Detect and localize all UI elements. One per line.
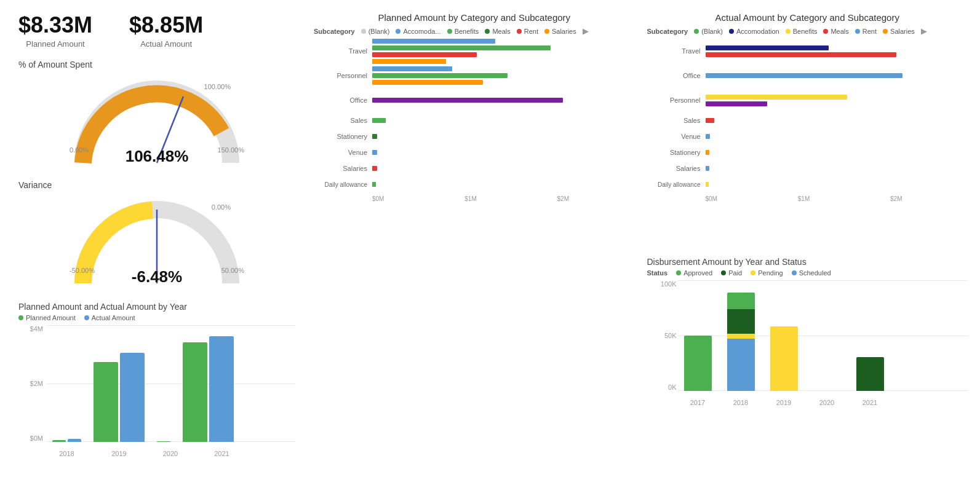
actual-x-axis: $0M $1M $2M [706, 193, 902, 202]
aleg-accom: Accomodation [729, 28, 779, 35]
bars-2020 [157, 441, 170, 442]
bar-2019-actual [120, 353, 145, 442]
disb-2019 [770, 326, 798, 391]
planned-amount-kpi: $8.33M Planned Amount [18, 12, 92, 49]
legend-actual: Actual Amount [84, 314, 135, 321]
abar-row-office: Office [650, 64, 968, 87]
gauge2-container: -50.00% 50.00% 0.00% -6.48% [65, 194, 249, 293]
bar-2018-planned [52, 440, 66, 442]
actual-by-category-panel: Actual Amount by Category and Subcategor… [641, 6, 974, 254]
planned-legend: Subcategory (Blank) Accomoda... Benefits… [314, 26, 635, 36]
adaily-bar [706, 182, 709, 187]
disb-2018 [727, 293, 755, 391]
planned-actual-legend: Planned Amount Actual Amount [18, 314, 295, 321]
travel-bar-benefits [372, 45, 551, 50]
daily-bar [372, 182, 376, 187]
bars-2021 [183, 336, 234, 442]
bars-2018 [52, 439, 81, 442]
y-label-2m: $2M [18, 380, 43, 387]
abar-row-stationery: Stationery [650, 145, 968, 160]
aleg-meals: Meals [823, 28, 848, 35]
bar-row-stationery: Stationery [317, 129, 635, 144]
actual-amount-value: $8.85M [129, 12, 203, 38]
actual-legend-arrow[interactable]: ▶ [921, 26, 927, 36]
planned-actual-section: Planned Amount and Actual Amount by Year… [18, 302, 295, 460]
gauge2-value: -6.48% [132, 267, 182, 286]
gauge2-title: Variance [18, 180, 295, 190]
actual-amount-kpi: $8.85M Actual Amount [129, 12, 203, 49]
gauge1-label-right: 150.00% [218, 146, 244, 154]
subcategory-label2: Subcategory [647, 28, 688, 35]
year-group-2018 [52, 439, 81, 442]
disb-x-axis: 2017 2018 2019 2020 2021 [678, 399, 968, 406]
gauge1-label-left: 0.00% [70, 146, 89, 154]
bars-area [46, 325, 295, 442]
disb-bars [678, 280, 968, 391]
personnel-bar2 [372, 73, 508, 78]
x-label-2018: 2018 [52, 450, 81, 457]
dleg-scheduled: Scheduled [792, 269, 831, 277]
asalaries-bar [706, 166, 709, 171]
actual-category-title: Actual Amount by Category and Subcategor… [647, 12, 968, 23]
disbursement-legend: Status Approved Paid Pending Scheduled [647, 269, 968, 277]
bar-2019-planned [94, 362, 118, 442]
y-axis: $4M $2M $0M [18, 325, 43, 442]
bar-2021-planned [183, 342, 207, 442]
aleg-blank: (Blank) [694, 28, 723, 35]
legend-arrow[interactable]: ▶ [583, 26, 589, 36]
dleg-approved: Approved [676, 269, 712, 277]
planned-by-category-panel: Planned Amount by Category and Subcatego… [308, 6, 641, 254]
personnel-bar3 [372, 80, 483, 85]
leg-benefits: Benefits [447, 28, 479, 35]
aleg-benefits: Benefits [786, 28, 818, 35]
disbursement-title: Disbursement Amount by Year and Status [647, 257, 968, 267]
dleg-paid: Paid [721, 269, 742, 277]
bar-2021-paid [856, 357, 884, 391]
abar-row-personnel: Personnel [650, 89, 968, 112]
bar-2017-approved [684, 336, 712, 391]
leg-accom: Accomoda... [396, 28, 440, 35]
actual-legend: Subcategory (Blank) Accomodation Benefit… [647, 26, 968, 36]
planned-amount-value: $8.33M [18, 12, 92, 38]
astationery-bar [706, 150, 709, 155]
apersonnel-bar2 [706, 101, 767, 106]
bar-row-travel: Travel [317, 39, 635, 63]
leg-blank: (Blank) [361, 28, 390, 35]
aleg-salaries: Salaries [883, 28, 915, 35]
leg-salaries: Salaries [544, 28, 576, 35]
gauge2-label-top: 0.00% [212, 203, 231, 211]
abar-row-venue: Venue [650, 129, 968, 144]
stationery-bar [372, 134, 377, 139]
salaries-bar [372, 166, 377, 171]
bar-row-sales: Sales [317, 113, 635, 128]
office-bar [372, 98, 563, 103]
disb-2017 [684, 336, 712, 391]
planned-x-axis: $0M $1M $2M [372, 193, 569, 202]
year-group-2020 [157, 441, 170, 442]
subcategory-label: Subcategory [314, 28, 355, 35]
travel-bars [372, 39, 635, 44]
gauge1-title: % of Amount Spent [18, 60, 295, 69]
year-group-2019 [94, 353, 145, 442]
abar-row-salaries: Salaries [650, 161, 968, 176]
dleg-pending: Pending [751, 269, 783, 277]
disb-2020 [813, 390, 841, 391]
gauge2-label-right: 50.00% [221, 267, 244, 274]
y-label-0m: $0M [18, 435, 43, 442]
x-label-2020: 2020 [157, 450, 184, 457]
travel-bar-rent [372, 52, 477, 57]
bar-row-daily: Daily allowance [317, 177, 635, 192]
bar-2018-scheduled [727, 339, 755, 391]
dashboard: $8.33M Planned Amount $8.85M Actual Amou… [0, 0, 980, 473]
bar-2018-paid [727, 309, 755, 334]
personnel-bar1 [372, 66, 452, 71]
bar-row-office: Office [317, 89, 635, 112]
year-group-2021 [183, 336, 234, 442]
travel-bar-accom [372, 39, 495, 44]
abar-row-travel: Travel [650, 39, 968, 63]
asales-bar [706, 118, 714, 123]
bar-row-venue: Venue [317, 145, 635, 160]
x-label-2019: 2019 [94, 450, 145, 457]
x-axis: 2018 2019 2020 2021 [46, 450, 295, 457]
abar-row-sales: Sales [650, 113, 968, 128]
